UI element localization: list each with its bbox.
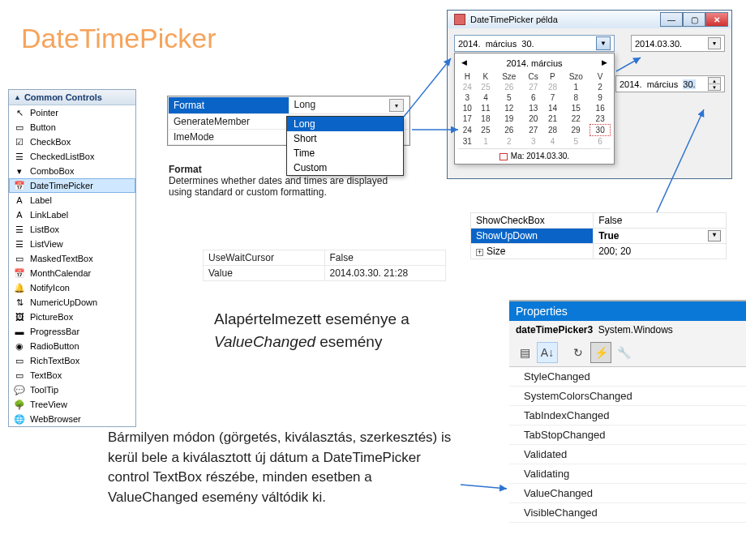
toolbox-item-maskedtextbox[interactable]: ▭MaskedTextBox [9, 251, 135, 266]
calendar-day[interactable]: 14 [543, 103, 562, 113]
prop-value[interactable]: False [594, 213, 727, 229]
toolbox-item-pointer[interactable]: ↖Pointer [9, 105, 135, 120]
showupdown-propgrid[interactable]: ShowCheckBoxFalseShowUpDownTrue▾+Size200… [470, 212, 727, 259]
prop-name[interactable]: UseWaitCursor [204, 250, 325, 266]
toolbox-item-treeview[interactable]: 🌳TreeView [9, 397, 135, 412]
calendar-day[interactable]: 3 [523, 136, 543, 147]
event-systemcolorschanged[interactable]: SystemColorsChanged [509, 387, 746, 406]
calendar-day[interactable]: 20 [523, 113, 543, 125]
calendar-today-link[interactable]: Ma: 2014.03.30. [458, 148, 611, 160]
toolbox-item-combobox[interactable]: ▾ComboBox [9, 164, 135, 178]
close-button[interactable]: ✕ [705, 12, 728, 27]
toolbox-item-textbox[interactable]: ▭TextBox [9, 368, 135, 383]
event-stylechanged[interactable]: StyleChanged [509, 367, 746, 387]
toolbox-item-richtextbox[interactable]: ▭RichTextBox [9, 353, 135, 368]
calendar-day[interactable]: 29 [562, 125, 590, 136]
value-propgrid[interactable]: UseWaitCursorFalseValue2014.03.30. 21:28 [203, 250, 446, 281]
calendar-day[interactable]: 24 [458, 82, 477, 92]
calendar-day[interactable]: 26 [495, 82, 523, 92]
prop-name[interactable]: GenerateMember [169, 114, 289, 130]
prop-value[interactable]: 2014.03.30. 21:28 [324, 266, 446, 281]
toolbox-item-datetimepicker[interactable]: 📅DateTimePicker [9, 178, 135, 193]
calendar-day[interactable]: 16 [590, 103, 611, 113]
calendar-day[interactable]: 28 [543, 125, 562, 136]
event-valuechanged[interactable]: ValueChanged [509, 484, 746, 503]
calendar-day[interactable]: 28 [543, 82, 562, 92]
dropdown-icon[interactable]: ▾ [708, 37, 721, 49]
calendar-day[interactable]: 2 [495, 136, 523, 147]
event-tabindexchanged[interactable]: TabIndexChanged [509, 406, 746, 425]
calendar-day[interactable]: 21 [543, 113, 562, 125]
calendar-day[interactable]: 5 [562, 136, 590, 147]
calendar-day[interactable]: 3 [458, 92, 477, 103]
minimize-button[interactable]: — [660, 12, 683, 27]
dropdown-icon[interactable]: ▾ [389, 99, 404, 112]
expand-icon[interactable]: + [476, 249, 483, 256]
calendar-day[interactable]: 12 [495, 103, 523, 113]
calendar-day[interactable]: 27 [523, 82, 543, 92]
toolbox-item-checkedlistbox[interactable]: ☰CheckedListBox [9, 149, 135, 164]
dropdown-option-time[interactable]: Time [287, 146, 403, 160]
calendar-day[interactable]: 30 [590, 125, 611, 136]
toolbox-item-tooltip[interactable]: 💬ToolTip [9, 383, 135, 397]
dropdown-option-custom[interactable]: Custom [287, 160, 403, 175]
calendar-day[interactable]: 24 [458, 125, 477, 136]
prop-name[interactable]: ShowUpDown [471, 229, 594, 244]
prop-name[interactable]: Value [204, 266, 325, 281]
calendar-day[interactable]: 23 [590, 113, 611, 125]
calendar-day[interactable]: 4 [543, 136, 562, 147]
toolbox-item-linklabel[interactable]: ALinkLabel [9, 207, 135, 222]
prop-value[interactable]: Long▾ [289, 97, 409, 114]
toolbox-item-label[interactable]: ALabel [9, 193, 135, 207]
dropdown-icon[interactable]: ▼ [596, 36, 611, 50]
calendar-day[interactable]: 11 [477, 103, 495, 113]
datetimepicker-short[interactable]: 2014.03.30. ▾ [631, 35, 725, 52]
prop-name[interactable]: ShowCheckBox [471, 213, 594, 229]
window-titlebar[interactable]: DateTimePicker példa — ▢ ✕ [448, 11, 731, 28]
prop-name[interactable]: ImeMode [169, 130, 289, 145]
calendar-day[interactable]: 9 [590, 92, 611, 103]
calendar-day[interactable]: 8 [562, 92, 590, 103]
spin-buttons[interactable]: ▲▼ [708, 77, 721, 91]
prop-value[interactable]: 200; 20 [594, 244, 727, 259]
calendar-day[interactable]: 6 [523, 92, 543, 103]
toolbox-item-numericupdown[interactable]: ⇅NumericUpDown [9, 295, 135, 310]
events-list[interactable]: StyleChangedSystemColorsChangedTabIndexC… [509, 367, 746, 523]
calendar-day[interactable]: 7 [543, 92, 562, 103]
prop-name[interactable]: +Size [471, 244, 594, 259]
calendar-day[interactable]: 15 [562, 103, 590, 113]
spin-down-icon[interactable]: ▼ [709, 84, 720, 90]
calendar-day[interactable]: 25 [477, 125, 495, 136]
toolbox-item-listbox[interactable]: ☰ListBox [9, 222, 135, 237]
format-dropdown-list[interactable]: LongShortTimeCustom [286, 116, 404, 176]
alphabetical-button[interactable]: A↓ [537, 342, 558, 363]
event-visiblechanged[interactable]: VisibleChanged [509, 503, 746, 523]
calendar-day[interactable]: 26 [495, 125, 523, 136]
calendar-popup[interactable]: ◀ 2014. március ▶ HKSzeCsPSzoV2425262728… [454, 53, 615, 165]
spin-up-icon[interactable]: ▲ [709, 78, 720, 84]
calendar-day[interactable]: 1 [477, 136, 495, 147]
calendar-day[interactable]: 1 [562, 82, 590, 92]
calendar-day[interactable]: 13 [523, 103, 543, 113]
dropdown-option-short[interactable]: Short [287, 131, 403, 146]
calendar-day[interactable]: 4 [477, 92, 495, 103]
prop-value[interactable]: True▾ [594, 229, 727, 244]
toolbox-header[interactable]: ▲ Common Controls [9, 90, 135, 105]
toolbox-item-webbrowser[interactable]: 🌐WebBrowser [9, 412, 135, 426]
toolbox-item-progressbar[interactable]: ▬ProgressBar [9, 324, 135, 339]
events-button[interactable]: ⚡ [590, 342, 611, 363]
calendar-day[interactable]: 27 [523, 125, 543, 136]
event-validated[interactable]: Validated [509, 445, 746, 464]
calendar-day[interactable]: 22 [562, 113, 590, 125]
toolbox-item-picturebox[interactable]: 🖼PictureBox [9, 310, 135, 324]
toolbox-item-button[interactable]: ▭Button [9, 120, 135, 135]
dropdown-option-long[interactable]: Long [287, 117, 403, 131]
toolbox-item-checkbox[interactable]: ☑CheckBox [9, 135, 135, 149]
maximize-button[interactable]: ▢ [683, 12, 705, 27]
calendar-day[interactable]: 17 [458, 113, 477, 125]
calendar-day[interactable]: 19 [495, 113, 523, 125]
calendar-day[interactable]: 31 [458, 136, 477, 147]
dropdown-icon[interactable]: ▾ [708, 230, 721, 242]
properties-button[interactable]: ↻ [568, 342, 589, 363]
calendar-day[interactable]: 18 [477, 113, 495, 125]
